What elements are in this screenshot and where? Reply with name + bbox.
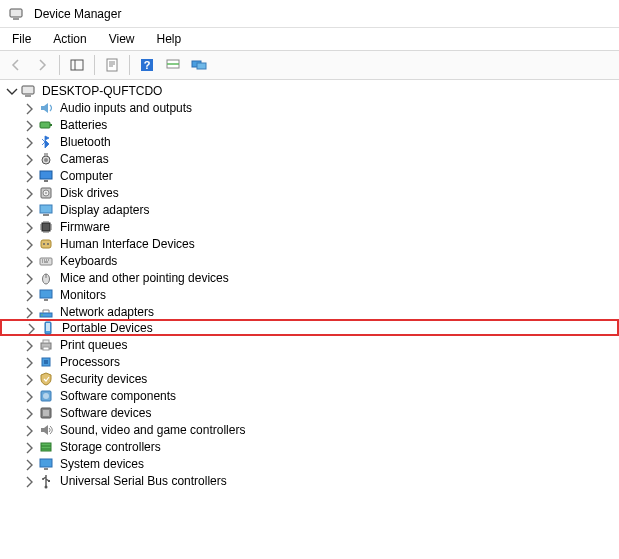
chevron-right-icon[interactable] [22, 169, 36, 183]
chevron-right-icon[interactable] [22, 406, 36, 420]
chevron-right-icon[interactable] [22, 152, 36, 166]
chevron-right-icon[interactable] [22, 355, 36, 369]
software2-icon [38, 405, 54, 421]
software-icon [38, 388, 54, 404]
device-category-mouse[interactable]: Mice and other pointing devices [0, 269, 619, 286]
device-category-label: Software components [58, 389, 178, 403]
device-category-label: Audio inputs and outputs [58, 101, 194, 115]
chevron-right-icon[interactable] [22, 271, 36, 285]
device-category-audio[interactable]: Audio inputs and outputs [0, 99, 619, 116]
chip-icon [38, 219, 54, 235]
hid-icon [38, 236, 54, 252]
device-category-sound[interactable]: Sound, video and game controllers [0, 421, 619, 438]
device-category-label: Processors [58, 355, 122, 369]
help-button[interactable] [135, 53, 159, 77]
storage-icon [38, 439, 54, 455]
keyboard-icon [38, 253, 54, 269]
scan-hardware-button[interactable] [161, 53, 185, 77]
menubar: File Action View Help [0, 28, 619, 50]
chevron-right-icon[interactable] [22, 457, 36, 471]
chevron-right-icon[interactable] [22, 338, 36, 352]
tree-root-node[interactable]: DESKTOP-QUFTCDO [0, 82, 619, 99]
show-hide-tree-button[interactable] [65, 53, 89, 77]
chevron-right-icon[interactable] [22, 440, 36, 454]
device-category-label: Software devices [58, 406, 153, 420]
chevron-right-icon[interactable] [22, 254, 36, 268]
usb-icon [38, 473, 54, 489]
device-category-chip[interactable]: Firmware [0, 218, 619, 235]
chevron-right-icon[interactable] [22, 220, 36, 234]
device-category-hid[interactable]: Human Interface Devices [0, 235, 619, 252]
device-category-label: Mice and other pointing devices [58, 271, 231, 285]
device-category-display[interactable]: Display adapters [0, 201, 619, 218]
view-devices-button[interactable] [187, 53, 211, 77]
disk-icon [38, 185, 54, 201]
chevron-right-icon[interactable] [22, 186, 36, 200]
menu-action[interactable]: Action [43, 30, 96, 48]
chevron-down-icon[interactable] [4, 84, 18, 98]
device-category-label: Display adapters [58, 203, 151, 217]
menu-help[interactable]: Help [147, 30, 192, 48]
device-category-label: Keyboards [58, 254, 119, 268]
chevron-right-icon[interactable] [22, 237, 36, 251]
device-category-battery[interactable]: Batteries [0, 116, 619, 133]
device-category-label: Sound, video and game controllers [58, 423, 247, 437]
device-category-label: Storage controllers [58, 440, 163, 454]
bluetooth-icon [38, 134, 54, 150]
device-category-monitor2[interactable]: Monitors [0, 286, 619, 303]
chevron-right-icon[interactable] [22, 423, 36, 437]
nav-forward-button[interactable] [30, 53, 54, 77]
device-category-software[interactable]: Software components [0, 387, 619, 404]
network-icon [38, 304, 54, 320]
chevron-right-icon[interactable] [22, 372, 36, 386]
portable-icon [40, 320, 56, 336]
camera-icon [38, 151, 54, 167]
chevron-right-icon[interactable] [22, 203, 36, 217]
device-category-label: Security devices [58, 372, 149, 386]
monitor-icon [38, 168, 54, 184]
titlebar: Device Manager [0, 0, 619, 28]
device-category-label: Portable Devices [60, 321, 155, 335]
device-category-security[interactable]: Security devices [0, 370, 619, 387]
device-category-printer[interactable]: Print queues [0, 336, 619, 353]
device-category-label: Batteries [58, 118, 109, 132]
device-category-disk[interactable]: Disk drives [0, 184, 619, 201]
chevron-right-icon[interactable] [22, 118, 36, 132]
device-category-label: Network adapters [58, 305, 156, 319]
menu-file[interactable]: File [2, 30, 41, 48]
app-icon [8, 6, 24, 22]
chevron-right-icon[interactable] [22, 288, 36, 302]
device-category-usb[interactable]: Universal Serial Bus controllers [0, 472, 619, 489]
device-category-label: System devices [58, 457, 146, 471]
nav-back-button[interactable] [4, 53, 28, 77]
device-category-monitor[interactable]: Computer [0, 167, 619, 184]
device-category-storage[interactable]: Storage controllers [0, 438, 619, 455]
computer-name-label: DESKTOP-QUFTCDO [40, 84, 164, 98]
device-category-keyboard[interactable]: Keyboards [0, 252, 619, 269]
device-category-cpu[interactable]: Processors [0, 353, 619, 370]
chevron-right-icon[interactable] [22, 474, 36, 488]
audio-icon [38, 100, 54, 116]
device-category-camera[interactable]: Cameras [0, 150, 619, 167]
device-category-bluetooth[interactable]: Bluetooth [0, 133, 619, 150]
window-title: Device Manager [34, 7, 121, 21]
device-category-label: Bluetooth [58, 135, 113, 149]
toolbar-separator [59, 55, 60, 75]
printer-icon [38, 337, 54, 353]
chevron-right-icon[interactable] [22, 135, 36, 149]
chevron-right-icon[interactable] [22, 305, 36, 319]
display-icon [38, 202, 54, 218]
cpu-icon [38, 354, 54, 370]
chevron-right-icon[interactable] [22, 101, 36, 115]
device-category-label: Computer [58, 169, 115, 183]
device-category-network[interactable]: Network adapters [0, 303, 619, 320]
monitor2-icon [38, 287, 54, 303]
menu-view[interactable]: View [99, 30, 145, 48]
mouse-icon [38, 270, 54, 286]
device-category-system[interactable]: System devices [0, 455, 619, 472]
device-category-software2[interactable]: Software devices [0, 404, 619, 421]
chevron-right-icon[interactable] [22, 389, 36, 403]
properties-button[interactable] [100, 53, 124, 77]
chevron-right-icon[interactable] [24, 321, 38, 335]
device-category-portable[interactable]: Portable Devices [0, 319, 619, 336]
